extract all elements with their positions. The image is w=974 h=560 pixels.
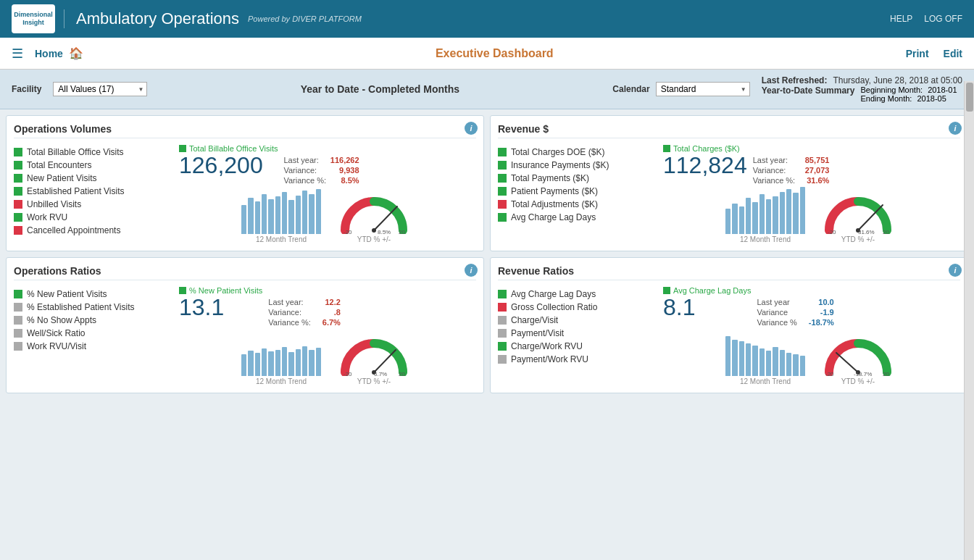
revr-legend-5[interactable]: Payment/Work RVU [498, 354, 657, 364]
lastyear-value: 116,262 [330, 156, 359, 164]
ratio-bar-1 [248, 351, 253, 376]
ytd-dates: Beginning Month: 2018-01 Ending Month: 2… [860, 85, 957, 103]
revenue-ratios-legend: Avg Charge Lag Days Gross Collection Rat… [498, 286, 657, 385]
revr-label-3: Payment/Visit [511, 328, 564, 338]
revr-legend-3[interactable]: Payment/Visit [498, 328, 657, 338]
hamburger-icon[interactable]: ☰ [12, 46, 23, 62]
nav-actions: Print Edit [906, 48, 962, 59]
ratio-bars [241, 333, 321, 376]
revenue-value: 112,824 [663, 153, 747, 178]
ops-volumes-info-icon[interactable]: i [465, 122, 478, 135]
rev-dot-1 [498, 161, 507, 170]
revr-legend-4[interactable]: Charge/Work RVU [498, 341, 657, 351]
calendar-select-wrapper: Standard [656, 82, 750, 96]
ratio-legend-0[interactable]: % New Patient Visits [14, 289, 173, 299]
ops-volumes-gauge-svg: -20 8.5% 20 [338, 191, 410, 234]
calendar-select[interactable]: Standard [656, 82, 750, 96]
ratio-stat-lastyear: Last year: 12.2 [268, 298, 341, 306]
svg-text:-20: -20 [828, 229, 836, 234]
ratio-legend-2[interactable]: % No Show Appts [14, 315, 173, 325]
revr-legend-2[interactable]: Charge/Visit [498, 315, 657, 325]
rev-legend-2[interactable]: Total Payments ($K) [498, 173, 657, 183]
ops-volumes-title: Operations Volumes [14, 123, 476, 138]
rev-label-0: Total Charges DOE ($K) [511, 147, 604, 157]
rev-bar-3 [746, 198, 751, 234]
revenue-ratios-content: Avg Charge Lag Days Gross Collection Rat… [498, 286, 960, 385]
ops-volumes-barchart: 12 Month Trend [238, 191, 325, 243]
ops-ratios-info-icon[interactable]: i [465, 264, 478, 277]
legend-item-5[interactable]: Work RVU [14, 212, 173, 222]
revr-variancepct-value: -18.7% [809, 318, 834, 327]
rev-legend-5[interactable]: Avg Charge Lag Days [498, 212, 657, 222]
ratio-variance-label: Variance: [268, 308, 301, 317]
ratio-legend-4[interactable]: Work RVU/Visit [14, 341, 173, 351]
revr-legend-0[interactable]: Avg Charge Lag Days [498, 289, 657, 299]
variancepct-value: 8.5% [341, 176, 359, 185]
rev-legend-4[interactable]: Total Adjustments ($K) [498, 199, 657, 209]
legend-item-3[interactable]: Established Patient Visits [14, 186, 173, 196]
legend-label-5: Work RVU [27, 212, 67, 222]
main-content: Operations Volumes i Total Billable Offi… [0, 109, 974, 399]
help-link[interactable]: HELP [890, 14, 912, 24]
ratio-legend-1[interactable]: % Established Patient Visits [14, 302, 173, 312]
ops-volumes-panel: Operations Volumes i Total Billable Offi… [6, 115, 484, 251]
ops-volumes-right: Total Billable Office Visits 126,200 Las… [179, 144, 476, 243]
rev-legend-0[interactable]: Total Charges DOE ($K) [498, 147, 657, 157]
ops-ratios-stats: Last year: 12.2 Variance: .8 Variance %:… [268, 298, 341, 327]
ratio-dot-0 [14, 290, 22, 298]
ytd-label: Year-to-Date Summary [762, 85, 855, 103]
revenue-ratios-info-icon[interactable]: i [949, 264, 962, 277]
variancepct-label: Variance %: [283, 176, 326, 185]
ops-ratios-trend-label: 12 Month Trend [256, 377, 307, 385]
rev-stat-variance: Variance: 27,073 [753, 166, 830, 175]
revr-label-2: Charge/Visit [511, 315, 558, 325]
revr-trend-label: 12 Month Trend [740, 377, 791, 385]
bar-3 [262, 194, 267, 234]
svg-line-0 [374, 206, 397, 230]
legend-item-1[interactable]: Total Encounters [14, 160, 173, 170]
revr-variance-value: -1.9 [820, 308, 834, 317]
ops-ratios-content: % New Patient Visits % Established Patie… [14, 286, 476, 385]
rev-dot-3 [498, 187, 507, 196]
legend-item-6[interactable]: Cancelled Appointments [14, 225, 173, 235]
ratio-bar-3 [262, 348, 267, 376]
ytd-summary-block: Year-to-Date Summary Beginning Month: 20… [762, 85, 957, 103]
ratio-bar-10 [309, 350, 314, 376]
svg-text:20: 20 [883, 229, 889, 234]
revenue-panel: Revenue $ i Total Charges DOE ($K) Insur… [490, 115, 968, 251]
ops-ratios-right: % New Patient Visits 13.1 Last year: 12.… [179, 286, 476, 385]
revr-variance-label: Variance [757, 308, 788, 317]
revenue-info-icon[interactable]: i [949, 122, 962, 135]
ratio-bar-7 [288, 352, 294, 376]
ratio-dot-3 [14, 329, 22, 338]
revenue-legend: Total Charges DOE ($K) Insurance Payment… [498, 144, 657, 243]
legend-item-0[interactable]: Total Billable Office Visits [14, 147, 173, 157]
revr-label-1: Gross Collection Ratio [511, 302, 597, 312]
revr-bar-11 [800, 356, 805, 376]
legend-item-2[interactable]: New Patient Visits [14, 173, 173, 183]
legend-label-6: Cancelled Appointments [27, 225, 120, 235]
ratio-metric-dot [179, 287, 186, 294]
rev-legend-3[interactable]: Patient Payments ($K) [498, 186, 657, 196]
revr-legend-1[interactable]: Gross Collection Ratio [498, 302, 657, 312]
bar-6 [282, 192, 287, 234]
ratio-bar-11 [316, 348, 321, 376]
ratio-bar-5 [275, 350, 280, 376]
rev-label-4: Total Adjustments ($K) [511, 199, 598, 209]
scrollbar-thumb[interactable] [966, 83, 973, 112]
bar-1 [248, 198, 253, 234]
bar-2 [255, 201, 260, 234]
rev-dot-4 [498, 200, 507, 209]
home-icon[interactable]: 🏠 [69, 46, 83, 60]
edit-button[interactable]: Edit [944, 48, 962, 59]
home-link[interactable]: Home [35, 48, 63, 59]
facility-select[interactable]: All Values (17) [53, 82, 147, 96]
revr-metric-area: Avg Charge Lag Days 8.1 Last year 10.0 V… [663, 286, 960, 327]
refresh-row: Last Refreshed: Thursday, June 28, 2018 … [762, 75, 962, 85]
scrollbar[interactable] [964, 81, 974, 399]
rev-legend-1[interactable]: Insurance Payments ($K) [498, 160, 657, 170]
print-button[interactable]: Print [906, 48, 929, 59]
ratio-legend-3[interactable]: Well/Sick Ratio [14, 328, 173, 338]
legend-item-4[interactable]: Unbilled Visits [14, 199, 173, 209]
logoff-link[interactable]: LOG OFF [924, 14, 962, 24]
